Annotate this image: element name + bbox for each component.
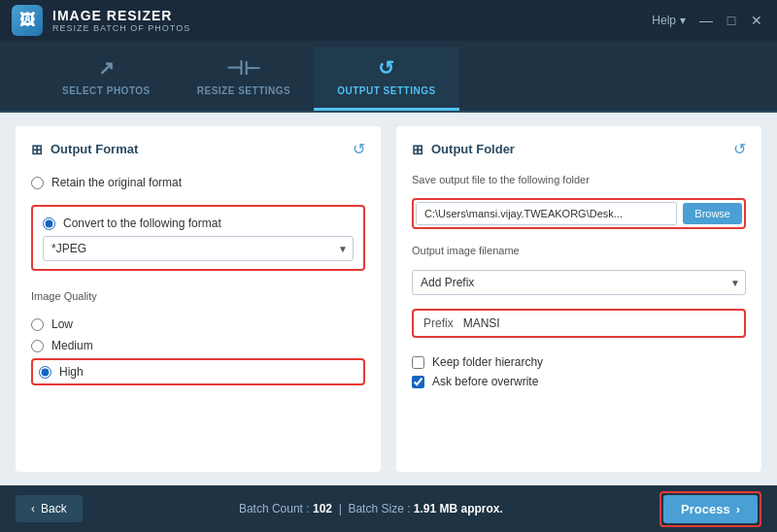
quality-low-radio[interactable] <box>31 318 44 331</box>
output-format-panel: ⊞ Output Format ↺ Retain the original fo… <box>16 126 381 472</box>
output-folder-reset-button[interactable]: ↺ <box>733 140 746 158</box>
prefix-input[interactable] <box>463 316 734 330</box>
titlebar: 🖼 IMAGE RESIZER RESIZE BATCH OF PHOTOS H… <box>0 0 777 41</box>
titlebar-text: IMAGE RESIZER RESIZE BATCH OF PHOTOS <box>52 8 190 33</box>
tab-resize-settings[interactable]: ⊣⊢ RESIZE SETTINGS <box>174 47 314 111</box>
process-button[interactable]: Process › <box>663 495 758 523</box>
output-folder-panel: ⊞ Output Folder ↺ Save output file to th… <box>396 126 761 472</box>
titlebar-right: Help ▾ — □ ✕ <box>652 14 765 27</box>
main-content: ⊞ Output Format ↺ Retain the original fo… <box>0 113 777 485</box>
convert-format-label: Convert to the following format <box>63 216 221 230</box>
keep-hierarchy-option[interactable]: Keep folder hierarchy <box>412 355 746 369</box>
quality-high-radio[interactable] <box>39 366 51 379</box>
keep-hierarchy-label: Keep folder hierarchy <box>432 355 543 369</box>
quality-low-label: Low <box>51 317 73 331</box>
batch-count-value: 102 <box>313 502 332 515</box>
app-icon: 🖼 <box>12 5 43 36</box>
quality-high-option[interactable]: High <box>39 365 84 379</box>
batch-count-label: Batch Count : <box>239 502 310 515</box>
prefix-section: Prefix <box>412 309 746 338</box>
tab-output-settings[interactable]: ↺ OUTPUT SETTINGS <box>314 47 458 111</box>
output-settings-icon: ↺ <box>378 56 395 80</box>
quality-label: Image Quality <box>31 290 365 302</box>
quality-medium-option[interactable]: Medium <box>31 339 365 352</box>
batch-size-label: Batch Size : <box>348 502 410 515</box>
retain-format-option[interactable]: Retain the original format <box>31 176 365 189</box>
path-row: Browse <box>412 198 746 229</box>
tab-select-photos[interactable]: ↗ SELECT PHOTOS <box>39 47 174 111</box>
select-photos-icon: ↗ <box>98 56 116 80</box>
help-button[interactable]: Help ▾ <box>652 14 686 27</box>
ask-overwrite-checkbox[interactable] <box>412 376 424 388</box>
convert-format-radio[interactable] <box>43 217 55 230</box>
output-format-title: ⊞ Output Format <box>31 142 138 157</box>
tab-select-photos-label: SELECT PHOTOS <box>62 85 151 96</box>
process-label: Process <box>681 502 730 516</box>
tabbar: ↗ SELECT PHOTOS ⊣⊢ RESIZE SETTINGS ↺ OUT… <box>0 41 777 113</box>
checkbox-options: Keep folder hierarchy Ask before overwri… <box>412 355 746 388</box>
format-select-wrapper: *JPEG *PNG *BMP *TIFF *GIF ▼ <box>43 236 354 261</box>
quality-options: Low Medium High <box>31 316 365 385</box>
app-subtitle: RESIZE BATCH OF PHOTOS <box>52 23 190 33</box>
output-folder-title: ⊞ Output Folder <box>412 142 515 157</box>
titlebar-left: 🖼 IMAGE RESIZER RESIZE BATCH OF PHOTOS <box>12 5 190 36</box>
convert-format-option[interactable]: Convert to the following format <box>43 216 354 230</box>
ask-overwrite-label: Ask before overwrite <box>432 375 538 388</box>
retain-format-label: Retain the original format <box>51 176 182 189</box>
process-arrow-icon: › <box>736 502 740 516</box>
output-folder-header: ⊞ Output Folder ↺ <box>412 140 746 158</box>
quality-medium-label: Medium <box>51 339 93 352</box>
filename-select[interactable]: Add Prefix Add Suffix Keep Original <box>412 270 746 295</box>
format-select[interactable]: *JPEG *PNG *BMP *TIFF *GIF <box>43 236 354 261</box>
browse-button[interactable]: Browse <box>683 203 742 224</box>
prefix-label: Prefix <box>423 316 454 330</box>
process-button-wrapper: Process › <box>659 491 761 527</box>
batch-size-value: 1.91 MB approx. <box>414 502 503 515</box>
convert-format-section: Convert to the following format *JPEG *P… <box>31 205 365 271</box>
ask-overwrite-option[interactable]: Ask before overwrite <box>412 375 746 388</box>
maximize-button[interactable]: □ <box>723 14 740 27</box>
quality-medium-radio[interactable] <box>31 340 44 352</box>
minimize-button[interactable]: — <box>697 14 715 27</box>
quality-high-label: High <box>59 365 84 379</box>
bottombar: ‹ Back Batch Count : 102 | Batch Size : … <box>0 485 777 532</box>
tab-output-settings-label: OUTPUT SETTINGS <box>337 85 435 96</box>
quality-high-wrapper: High <box>31 358 365 385</box>
window-controls: — □ ✕ <box>697 14 765 27</box>
output-format-reset-button[interactable]: ↺ <box>353 140 365 158</box>
back-button[interactable]: ‹ Back <box>16 495 83 522</box>
save-folder-label: Save output file to the following folder <box>412 174 746 185</box>
output-format-header: ⊞ Output Format ↺ <box>31 140 365 158</box>
output-folder-title-icon: ⊞ <box>412 142 423 157</box>
back-label: Back <box>41 502 67 515</box>
app-title: IMAGE RESIZER <box>52 8 190 23</box>
filename-label: Output image filename <box>412 245 746 256</box>
back-arrow-icon: ‹ <box>31 502 35 515</box>
retain-format-radio[interactable] <box>31 177 44 189</box>
batch-info: Batch Count : 102 | Batch Size : 1.91 MB… <box>239 502 503 515</box>
output-format-title-icon: ⊞ <box>31 142 43 157</box>
keep-hierarchy-checkbox[interactable] <box>412 356 424 369</box>
path-input[interactable] <box>416 202 677 225</box>
close-button[interactable]: ✕ <box>748 14 765 27</box>
filename-select-wrapper: Add Prefix Add Suffix Keep Original ▼ <box>412 270 746 295</box>
quality-low-option[interactable]: Low <box>31 317 365 331</box>
tab-resize-settings-label: RESIZE SETTINGS <box>197 85 290 96</box>
resize-settings-icon: ⊣⊢ <box>226 56 260 80</box>
